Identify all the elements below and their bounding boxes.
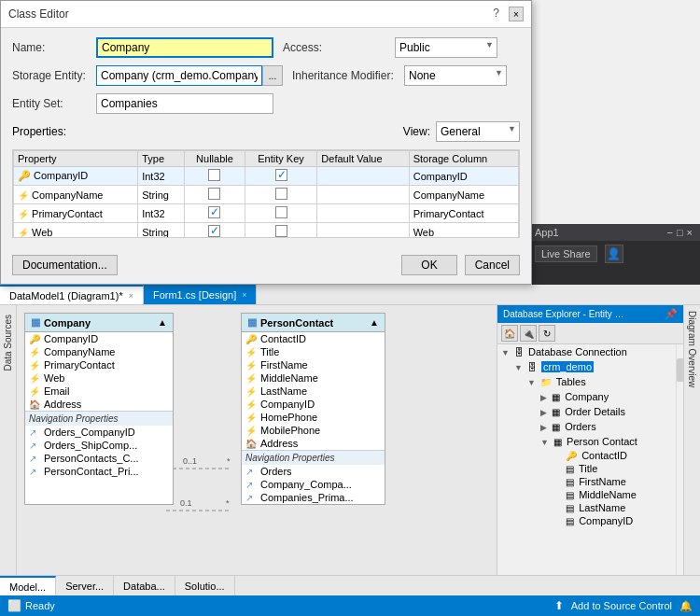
inheritance-select[interactable]: None bbox=[404, 65, 507, 86]
expand-icon[interactable] bbox=[540, 408, 547, 417]
db-toolbar-home[interactable]: 🏠 bbox=[501, 325, 518, 342]
tree-item-middlename[interactable]: ▤ MiddleName bbox=[550, 488, 683, 501]
prop-entitykey[interactable] bbox=[245, 204, 317, 223]
person-field-address[interactable]: 🏠 Address bbox=[242, 437, 385, 450]
access-label: Access: bbox=[283, 41, 395, 54]
tree-item-personcontact[interactable]: ▦ Person Contact bbox=[537, 434, 683, 449]
expand-icon[interactable] bbox=[540, 423, 547, 432]
table-icon: ▦ bbox=[553, 437, 562, 447]
person-field-lastname[interactable]: ⚡ LastName bbox=[242, 385, 385, 398]
vs-close-btn[interactable]: × bbox=[687, 227, 693, 238]
prop-entitykey[interactable] bbox=[245, 223, 317, 239]
scrollbar-thumb[interactable] bbox=[677, 358, 683, 382]
company-field-email[interactable]: ⚡ Email bbox=[25, 385, 173, 398]
company-nav-personcontact-pri[interactable]: ↗ PersonContact_Pri... bbox=[25, 465, 173, 478]
notification-icon[interactable]: 🔔 bbox=[679, 600, 693, 612]
cancel-button[interactable]: Cancel bbox=[465, 255, 520, 275]
person-field-firstname[interactable]: ⚡ FirstName bbox=[242, 358, 385, 371]
column-icon: ▤ bbox=[566, 464, 574, 474]
nav-icon: ↗ bbox=[29, 454, 36, 464]
prop-nullable[interactable] bbox=[185, 186, 245, 204]
form-tab[interactable]: Form1.cs [Design] × bbox=[144, 285, 258, 304]
person-nav-orders[interactable]: ↗ Orders bbox=[242, 465, 385, 478]
data-sources-tab[interactable]: Data Sources bbox=[1, 309, 15, 377]
company-nav-orders-ship[interactable]: ↗ Orders_ShipComp... bbox=[25, 439, 173, 452]
person-nav-companies[interactable]: ↗ Companies_Prima... bbox=[242, 491, 385, 504]
prop-entitykey[interactable] bbox=[245, 186, 317, 204]
tree-item-contactid[interactable]: 🔑 ContactID bbox=[550, 449, 683, 462]
person-field-contactid[interactable]: 🔑 ContactID bbox=[242, 332, 385, 345]
expand-icon[interactable] bbox=[527, 378, 536, 387]
personcontact-collapse-btn[interactable]: ▲ bbox=[370, 317, 379, 328]
field-label: CompanyID bbox=[260, 399, 315, 410]
form-tab-close[interactable]: × bbox=[242, 290, 246, 300]
server-tab[interactable]: Server... bbox=[56, 576, 114, 595]
company-field-companyid[interactable]: 🔑 CompanyID bbox=[25, 332, 173, 345]
vs-maximize-btn[interactable]: □ bbox=[677, 227, 683, 238]
table-row[interactable]: ⚡ CompanyName String CompanyName bbox=[14, 186, 519, 204]
tree-item-firstname[interactable]: ▤ FirstName bbox=[550, 475, 683, 488]
tree-item-title[interactable]: ▤ Title bbox=[550, 462, 683, 475]
expand-icon[interactable] bbox=[501, 348, 510, 357]
company-nav-personcontacts[interactable]: ↗ PersonContacts_C... bbox=[25, 452, 173, 465]
company-field-address[interactable]: 🏠 Address bbox=[25, 398, 173, 411]
tree-item-orders[interactable]: ▦ Orders bbox=[537, 419, 683, 434]
person-field-homephone[interactable]: ⚡ HomePhone bbox=[242, 411, 385, 424]
tree-item-crm-demo[interactable]: 🗄 crm_demo bbox=[511, 359, 683, 374]
tree-item-lastname[interactable]: ▤ LastName bbox=[550, 501, 683, 514]
person-field-middlename[interactable]: ⚡ MiddleName bbox=[242, 371, 385, 385]
ok-button[interactable]: OK bbox=[401, 255, 456, 275]
person-nav-company[interactable]: ↗ Company_Compa... bbox=[242, 478, 385, 491]
access-select[interactable]: Public bbox=[395, 37, 497, 58]
company-collapse-btn[interactable]: ▲ bbox=[158, 317, 167, 328]
company-field-primarycontact[interactable]: ⚡ PrimaryContact bbox=[25, 358, 173, 371]
browse-button[interactable]: ... bbox=[262, 65, 283, 86]
help-icon[interactable]: ? bbox=[493, 7, 499, 21]
tree-item-db-connection[interactable]: 🗄 Database Connection bbox=[497, 344, 683, 359]
tree-item-company[interactable]: ▦ Company bbox=[537, 389, 683, 404]
tree-item-companyid-col[interactable]: ▤ CompanyID bbox=[550, 514, 683, 527]
company-nav-orders[interactable]: ↗ Orders_CompanyID bbox=[25, 426, 173, 439]
prop-default bbox=[317, 204, 409, 223]
diagram-tab[interactable]: DataModel1 (Diagram1)* × bbox=[0, 285, 144, 304]
person-field-companyid[interactable]: ⚡ CompanyID bbox=[242, 398, 385, 411]
model-tab[interactable]: Model... bbox=[0, 576, 56, 595]
name-input[interactable] bbox=[96, 37, 273, 58]
company-field-companyname[interactable]: ⚡ CompanyName bbox=[25, 345, 173, 358]
entity-input[interactable] bbox=[96, 93, 273, 114]
expand-icon[interactable] bbox=[540, 438, 549, 447]
databa-tab[interactable]: Databa... bbox=[114, 576, 175, 595]
prop-entitykey[interactable] bbox=[245, 167, 317, 186]
person-field-title[interactable]: ⚡ Title bbox=[242, 345, 385, 358]
view-select[interactable]: General bbox=[436, 121, 520, 142]
documentation-button[interactable]: Documentation... bbox=[12, 255, 118, 275]
contactid-label: ContactID bbox=[581, 450, 627, 461]
table-row[interactable]: ⚡ Web String Web bbox=[14, 223, 519, 239]
solutio-tab[interactable]: Solutio... bbox=[175, 576, 235, 595]
tree-item-orderdetails[interactable]: ▦ Order Details bbox=[537, 404, 683, 419]
table-row[interactable]: 🔑 CompanyID Int32 CompanyID bbox=[14, 167, 519, 186]
live-share-button[interactable]: Live Share bbox=[535, 245, 597, 262]
expand-icon[interactable] bbox=[540, 393, 547, 402]
diagram-overview-tab[interactable]: Diagram Overview bbox=[685, 305, 699, 393]
db-pin-btn[interactable]: 📌 bbox=[665, 308, 678, 320]
prop-nullable[interactable] bbox=[185, 223, 245, 239]
table-row[interactable]: ⚡ PrimaryContact Int32 PrimaryContact bbox=[14, 204, 519, 223]
source-control-text[interactable]: Add to Source Control bbox=[571, 600, 672, 611]
diagram-tab-close[interactable]: × bbox=[129, 291, 133, 301]
storage-input[interactable] bbox=[96, 65, 262, 86]
prop-nullable[interactable] bbox=[185, 167, 245, 186]
person-field-mobilephone[interactable]: ⚡ MobilePhone bbox=[242, 424, 385, 437]
tree-item-tables[interactable]: 📁 Tables bbox=[524, 374, 683, 389]
db-toolbar-connect[interactable]: 🔌 bbox=[520, 325, 537, 342]
user-icon-btn[interactable]: 👤 bbox=[605, 245, 623, 263]
prop-nullable[interactable] bbox=[185, 204, 245, 223]
status-left: ⬜ Ready bbox=[7, 599, 55, 612]
db-toolbar-refresh[interactable]: ↻ bbox=[539, 325, 555, 342]
company-field-web[interactable]: ⚡ Web bbox=[25, 371, 173, 385]
dialog-close-btn[interactable]: × bbox=[509, 7, 524, 21]
vs-minimize-btn[interactable]: − bbox=[666, 227, 672, 238]
field-label: PersonContact_Pri... bbox=[44, 466, 139, 477]
ready-text: Ready bbox=[25, 600, 55, 611]
expand-icon[interactable] bbox=[514, 363, 523, 372]
